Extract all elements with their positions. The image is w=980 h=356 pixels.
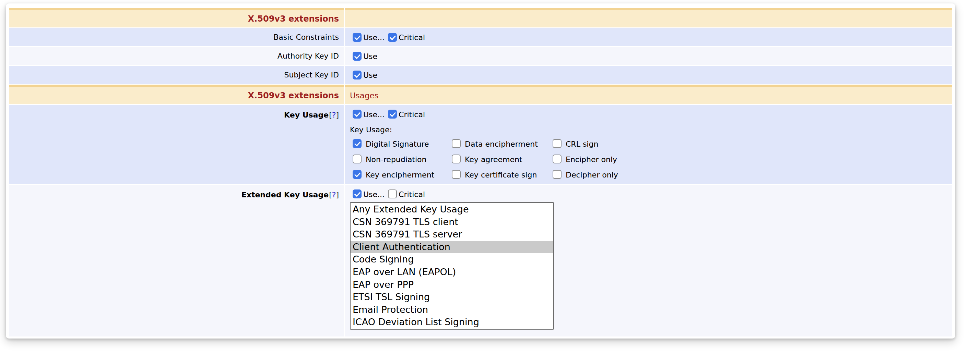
checkbox-label: Use: [363, 52, 377, 61]
checkbox-label: Use...: [363, 33, 385, 42]
basic-constraints-value-cell: Use... Critical: [345, 28, 952, 46]
question-mark-icon[interactable]: ?: [332, 111, 336, 119]
extended-key-usage-label: Extended Key Usage: [242, 190, 329, 199]
listbox-option[interactable]: ETSI TSL Signing: [350, 291, 553, 304]
checkbox-icon[interactable]: [353, 52, 361, 61]
section1-header-subtitle-cell: [345, 8, 952, 27]
key-usage-label-cell: Key Usage[?]: [9, 105, 344, 184]
key-usage-value-cell: Use... Critical Key Usage: Digital Signa…: [345, 105, 952, 184]
listbox-option[interactable]: Email Protection: [350, 304, 553, 316]
checkbox-icon[interactable]: [353, 33, 361, 42]
listbox-option[interactable]: ICAO Deviation List Signing: [350, 316, 553, 329]
checkbox-label: Use...: [363, 190, 385, 199]
checkbox-icon[interactable]: [353, 170, 361, 179]
checkbox-icon[interactable]: [452, 170, 461, 179]
extended-key-usage-listbox[interactable]: Any Extended Key UsageCSN 369791 TLS cli…: [350, 202, 554, 330]
checkbox-label: Critical: [399, 110, 425, 119]
key-usage-checkbox-grid: Digital SignatureData enciphermentCRL si…: [353, 139, 618, 179]
checkbox-icon[interactable]: [353, 190, 361, 198]
section2-header-title: X.509v3 extensions: [248, 91, 339, 100]
checkbox-label: Key encipherment: [366, 171, 434, 179]
checkbox-icon[interactable]: [388, 33, 397, 42]
key-usage-group-label: Key Usage:: [350, 125, 392, 134]
subject-key-id-value-cell: Use: [345, 66, 952, 84]
checkbox-label: Encipher only: [566, 155, 617, 164]
key-usage-critical-checkbox[interactable]: Critical: [388, 110, 425, 119]
help-bracket: [: [329, 190, 332, 199]
basic-constraints-label-cell: Basic Constraints: [9, 28, 344, 46]
checkbox-label: Key agreement: [465, 155, 522, 164]
checkbox-label: Critical: [399, 33, 425, 42]
checkbox-label: Decipher only: [566, 171, 618, 179]
help-bracket: [: [329, 111, 332, 119]
checkbox-label: Digital Signature: [366, 140, 429, 148]
key-usage-option-encipher-only[interactable]: Encipher only: [553, 155, 618, 163]
checkbox-icon[interactable]: [553, 170, 562, 179]
subject-key-id-label-cell: Subject Key ID: [9, 66, 344, 84]
checkbox-icon[interactable]: [452, 155, 461, 163]
key-usage-option-key-agreement[interactable]: Key agreement: [452, 155, 553, 163]
listbox-option[interactable]: Code Signing: [350, 253, 553, 266]
x509v3-extensions-table: X.509v3 extensions Basic Constraints Use…: [9, 8, 952, 337]
key-usage-use-critical-line: Use... Critical: [350, 110, 425, 119]
key-usage-option-decipher-only[interactable]: Decipher only: [553, 170, 618, 179]
checkbox-label: Use: [363, 71, 377, 79]
section2-header-subtitle: Usages: [350, 91, 379, 100]
checkbox-icon[interactable]: [452, 139, 461, 148]
key-usage-use-checkbox[interactable]: Use...: [353, 110, 385, 119]
authority-key-id-label: Authority Key ID: [277, 52, 339, 60]
basic-constraints-use-checkbox[interactable]: Use...: [353, 33, 385, 42]
checkbox-icon[interactable]: [553, 139, 562, 148]
key-usage-option-data-encipherment[interactable]: Data encipherment: [452, 139, 553, 148]
basic-constraints-label: Basic Constraints: [274, 33, 339, 41]
extended-key-usage-value-cell: Use... Critical Any Extended Key UsageCS…: [345, 185, 952, 337]
certificate-profile-panel: X.509v3 extensions Basic Constraints Use…: [6, 3, 955, 339]
extended-key-usage-use-checkbox[interactable]: Use...: [353, 190, 385, 198]
checkbox-icon[interactable]: [353, 110, 361, 119]
checkbox-label: Use...: [363, 110, 385, 119]
checkbox-label: Non-repudiation: [366, 155, 427, 164]
listbox-option[interactable]: Client Authentication: [350, 241, 553, 253]
checkbox-label: Critical: [399, 190, 425, 199]
basic-constraints-critical-checkbox[interactable]: Critical: [388, 33, 425, 42]
checkbox-icon[interactable]: [353, 139, 361, 148]
listbox-option[interactable]: EAP over PPP: [350, 278, 553, 291]
key-usage-label: Key Usage: [284, 111, 329, 119]
checkbox-icon[interactable]: [353, 155, 361, 163]
key-usage-option-key-certificate-sign[interactable]: Key certificate sign: [452, 170, 553, 179]
help-bracket: ]: [336, 190, 339, 199]
checkbox-icon[interactable]: [388, 190, 397, 198]
section2-header-cell: X.509v3 extensions: [9, 85, 344, 104]
key-usage-option-non-repudiation[interactable]: Non-repudiation: [353, 155, 452, 163]
checkbox-label: CRL sign: [566, 140, 598, 148]
checkbox-label: Data encipherment: [465, 140, 538, 148]
listbox-option[interactable]: CSN 369791 TLS client: [350, 216, 553, 229]
authority-key-id-value-cell: Use: [345, 47, 952, 65]
section2-header-subtitle-cell: Usages: [345, 85, 952, 104]
authority-key-id-use-checkbox[interactable]: Use: [353, 52, 377, 61]
key-usage-option-key-encipherment[interactable]: Key encipherment: [353, 170, 452, 179]
question-mark-icon[interactable]: ?: [332, 190, 336, 199]
extended-key-usage-help-link[interactable]: [?]: [329, 190, 339, 199]
checkbox-label: Key certificate sign: [465, 171, 537, 179]
checkbox-icon[interactable]: [553, 155, 562, 163]
subject-key-id-use-checkbox[interactable]: Use: [353, 71, 377, 79]
subject-key-id-label: Subject Key ID: [284, 71, 339, 79]
extended-key-usage-critical-checkbox[interactable]: Critical: [388, 190, 425, 198]
key-usage-help-link[interactable]: [?]: [329, 111, 339, 119]
extended-key-usage-use-critical-line: Use... Critical: [350, 190, 425, 198]
section1-header-title: X.509v3 extensions: [248, 14, 339, 24]
help-bracket: ]: [336, 111, 339, 119]
checkbox-icon[interactable]: [388, 110, 397, 119]
key-usage-option-crl-sign[interactable]: CRL sign: [553, 139, 618, 148]
listbox-option[interactable]: Any Extended Key Usage: [350, 203, 553, 216]
listbox-option[interactable]: EAP over LAN (EAPOL): [350, 266, 553, 278]
section1-header-cell: X.509v3 extensions: [9, 8, 344, 27]
checkbox-icon[interactable]: [353, 71, 361, 79]
key-usage-option-digital-signature[interactable]: Digital Signature: [353, 139, 452, 148]
extended-key-usage-label-cell: Extended Key Usage[?]: [9, 185, 344, 337]
authority-key-id-label-cell: Authority Key ID: [9, 47, 344, 65]
listbox-option[interactable]: CSN 369791 TLS server: [350, 228, 553, 241]
